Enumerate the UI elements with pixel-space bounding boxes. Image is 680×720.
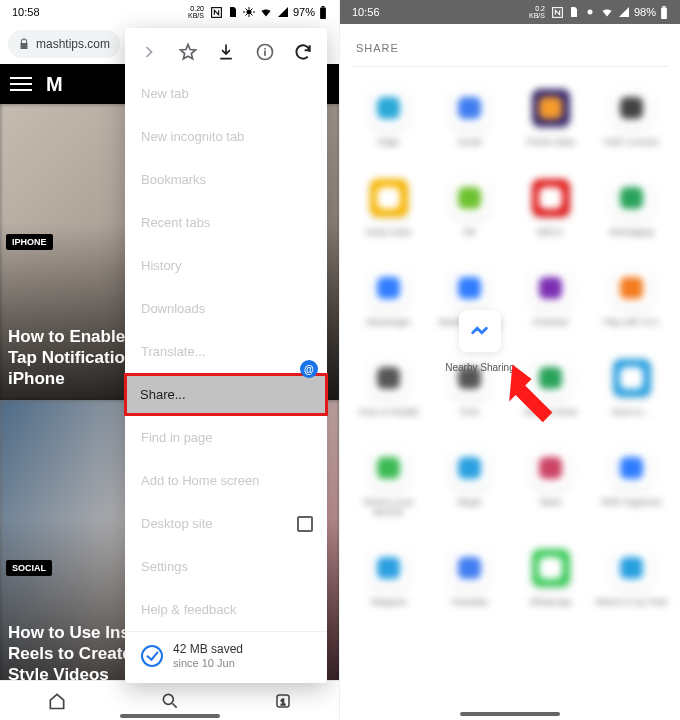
share-target-edge[interactable]: Edge (352, 89, 425, 147)
share-target-whatsapp[interactable]: WhatsApp (514, 549, 587, 607)
app-label: Send to your devices (352, 497, 425, 517)
app-label: MEGA (537, 227, 564, 237)
app-icon (613, 89, 651, 127)
share-target-play-with-vlc[interactable]: Play with VLC (595, 269, 668, 327)
svg-point-9 (587, 10, 592, 15)
share-target-send-to-your-devices[interactable]: Send to your devices (352, 449, 425, 517)
data-savings-row[interactable]: 42 MB saved since 10 Jun (125, 631, 327, 677)
app-label: Kik (463, 227, 476, 237)
share-target-telegram[interactable]: Telegram (352, 549, 425, 607)
share-target-where-is-my-train[interactable]: Where is my Train (595, 549, 668, 607)
status-net: 0.20 KB/S (188, 5, 204, 19)
svg-rect-11 (663, 6, 666, 7)
battery-icon (319, 6, 327, 19)
annotation-arrow (498, 355, 578, 435)
checkbox-icon[interactable] (297, 516, 313, 532)
wifi-icon (600, 6, 614, 18)
svg-rect-10 (661, 7, 667, 19)
hamburger-icon[interactable] (10, 77, 32, 91)
bug-icon (584, 6, 596, 18)
app-label: Firefox Beta (526, 137, 575, 147)
url-text: mashtips.com (36, 37, 110, 51)
status-bar: 10:58 0.20 KB/S 97% (0, 0, 339, 24)
home-button[interactable] (45, 689, 69, 713)
menu-item-help-feedback[interactable]: Help & feedback (125, 588, 327, 631)
forward-icon[interactable] (137, 40, 161, 64)
share-target-translate[interactable]: Translate (433, 549, 506, 607)
share-target-sms-organizer[interactable]: SMS Organizer (595, 449, 668, 517)
site-logo-letter: M (46, 73, 63, 96)
phone-left: 10:58 0.20 KB/S 97% mashtips.com M (0, 0, 340, 720)
menu-item-translate[interactable]: Translate... (125, 330, 327, 373)
share-target-post-on-reddit[interactable]: Post on Reddit (352, 359, 425, 417)
info-icon[interactable] (253, 40, 277, 64)
status-time: 10:56 (352, 6, 380, 18)
app-icon (613, 449, 651, 487)
menu-item-recent-tabs[interactable]: Recent tabs (125, 201, 327, 244)
app-label: Print (460, 407, 479, 417)
share-target-kik[interactable]: Kik (433, 179, 506, 237)
share-target-messaging[interactable]: Messaging (595, 179, 668, 237)
app-label: Post on Reddit (359, 407, 418, 417)
app-icon (532, 269, 570, 307)
download-icon[interactable] (214, 40, 238, 64)
search-button[interactable] (158, 689, 182, 713)
menu-item-desktop-site[interactable]: Desktop site (125, 502, 327, 545)
app-icon (532, 89, 570, 127)
share-target-kde-connect[interactable]: KDE Connect (595, 89, 668, 147)
app-icon (451, 549, 489, 587)
share-target-skype[interactable]: Skype (433, 449, 506, 517)
app-icon (532, 179, 570, 217)
app-icon (370, 179, 408, 217)
data-saved-line2: since 10 Jun (173, 657, 235, 669)
share-target-mega[interactable]: MEGA (514, 179, 587, 237)
app-icon (370, 89, 408, 127)
article-tag: IPHONE (6, 234, 53, 250)
menu-item-find-in-page[interactable]: Find in page (125, 416, 327, 459)
article-tag: SOCIAL (6, 560, 52, 576)
app-icon (370, 449, 408, 487)
app-icon (451, 179, 489, 217)
url-pill[interactable]: mashtips.com (8, 30, 120, 58)
menu-item-new-incognito-tab[interactable]: New incognito tab (125, 115, 327, 158)
app-icon (370, 549, 408, 587)
share-target-messenger[interactable]: Messenger (352, 269, 425, 327)
share-target-slack[interactable]: Slack (514, 449, 587, 517)
signal-icon (618, 6, 630, 18)
app-label: WhatsApp (530, 597, 572, 607)
wifi-icon (259, 6, 273, 18)
bug-icon (243, 6, 255, 18)
menu-item-bookmarks[interactable]: Bookmarks (125, 158, 327, 201)
share-target-gmail[interactable]: Gmail (433, 89, 506, 147)
share-header: SHARE (340, 24, 680, 66)
gesture-bar[interactable] (120, 714, 220, 718)
app-icon (613, 179, 651, 217)
app-label: Gmail (458, 137, 482, 147)
svg-rect-2 (320, 7, 326, 19)
menu-item-history[interactable]: History (125, 244, 327, 287)
data-saved-line1: 42 MB saved (173, 642, 243, 656)
menu-item-downloads[interactable]: Downloads (125, 287, 327, 330)
app-label: Keep notes (366, 227, 412, 237)
refresh-icon[interactable] (291, 40, 315, 64)
menu-item-new-tab[interactable]: New tab (125, 72, 327, 115)
tabs-button[interactable]: 1 (271, 689, 295, 713)
status-net: 0.2 KB/S (529, 5, 545, 19)
share-target-onenote[interactable]: OneNote (514, 269, 587, 327)
app-icon (613, 549, 651, 587)
status-bar: 10:56 0.2 KB/S 98% (340, 0, 680, 24)
menu-item-share[interactable]: Share... (124, 373, 328, 416)
menu-item-add-to-home-screen[interactable]: Add to Home screen (125, 459, 327, 502)
share-target-save-to[interactable]: Save to… (595, 359, 668, 417)
share-target-keep-notes[interactable]: Keep notes (352, 179, 425, 237)
app-label: KDE Connect (604, 137, 659, 147)
gesture-bar[interactable] (460, 712, 560, 716)
share-hint-badge (300, 360, 318, 378)
app-label: Edge (378, 137, 399, 147)
menu-item-settings[interactable]: Settings (125, 545, 327, 588)
app-icon (451, 269, 489, 307)
svg-point-1 (246, 10, 251, 15)
share-target-firefox-beta[interactable]: Firefox Beta (514, 89, 587, 147)
star-icon[interactable] (176, 40, 200, 64)
sim-icon (568, 6, 580, 18)
